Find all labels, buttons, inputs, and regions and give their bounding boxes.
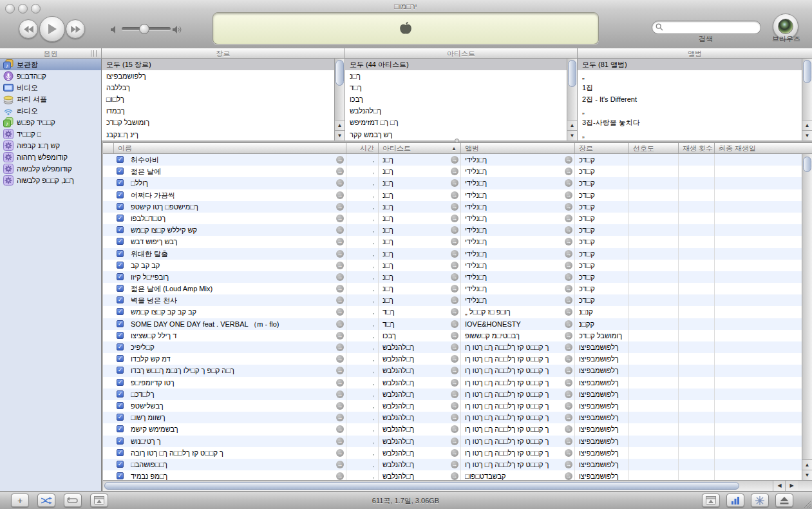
equalizer-button[interactable] <box>726 494 744 507</box>
track-checkbox[interactable]: ✓ <box>117 332 124 339</box>
goto-arrow-icon[interactable]: → <box>565 215 572 222</box>
sidebar-item[interactable]: ♪ש□פק די□□ק <box>0 117 101 128</box>
goto-arrow-icon[interactable]: → <box>565 191 572 199</box>
goto-arrow-icon[interactable]: → <box>565 425 572 433</box>
table-vertical-scrollbar[interactable]: ▲ ▼ <box>802 154 812 480</box>
table-row[interactable]: ✓פ□יפמוידק וטך→‚שבלנהל□ך→וך וטך □ך ה□□לך… <box>103 377 802 389</box>
goto-arrow-icon[interactable]: → <box>565 355 572 363</box>
track-checkbox[interactable]: ✓ <box>117 179 124 186</box>
scrollbar-thumb[interactable] <box>335 60 344 86</box>
goto-arrow-icon[interactable]: → <box>565 308 572 316</box>
table-row[interactable]: ✓ופבל□ד□טך→‚נ□ך→ידילנ□ך→כד□ק <box>103 213 802 224</box>
goto-arrow-icon[interactable]: → <box>336 273 344 281</box>
goto-arrow-icon[interactable]: → <box>451 355 458 363</box>
track-checkbox[interactable]: ✓ <box>117 320 124 327</box>
scroll-down-icon[interactable]: ▼ <box>802 470 812 480</box>
track-checkbox[interactable]: ✓ <box>117 238 124 245</box>
album-item[interactable]: 1집 <box>578 82 812 93</box>
goto-arrow-icon[interactable]: → <box>565 343 572 351</box>
track-checkbox[interactable]: ✓ <box>117 191 124 198</box>
column-header-lastplayed[interactable]: 최종 재생일 <box>715 143 802 153</box>
table-horizontal-scrollbar[interactable]: ◀ ▶ <box>103 480 812 491</box>
goto-arrow-icon[interactable]: → <box>565 367 572 374</box>
track-checkbox[interactable]: ✓ <box>117 379 124 386</box>
goto-arrow-icon[interactable]: → <box>565 262 572 269</box>
goto-arrow-icon[interactable]: → <box>565 414 572 421</box>
genre-item[interactable]: הבללבך <box>102 82 345 93</box>
track-checkbox[interactable]: ✓ <box>117 449 124 456</box>
goto-arrow-icon[interactable]: → <box>565 332 572 340</box>
scroll-left-icon[interactable]: ◀ <box>773 481 786 491</box>
goto-arrow-icon[interactable]: → <box>336 461 344 468</box>
scroll-up-icon[interactable]: ▲ <box>567 120 577 130</box>
visualizer-button[interactable] <box>751 494 769 507</box>
goto-arrow-icon[interactable]: → <box>565 285 572 293</box>
goto-arrow-icon[interactable]: → <box>336 320 344 328</box>
artist-item[interactable]: 모두 (44 아티스트) <box>345 59 577 70</box>
goto-arrow-icon[interactable]: → <box>336 402 344 410</box>
repeat-button[interactable] <box>64 494 82 507</box>
goto-arrow-icon[interactable]: → <box>336 425 344 433</box>
play-button[interactable] <box>39 16 65 42</box>
add-playlist-button[interactable]: + <box>11 494 29 507</box>
artist-item[interactable]: שפימיזמד □ך □ך <box>345 117 577 128</box>
artist-item[interactable]: רקק שמבך שך <box>345 129 577 140</box>
sidebar-item[interactable]: הופבק נ□ך שק <box>0 140 101 151</box>
table-row[interactable]: ✓□ללוך→‚נ□ך→ידילנ□ך→כד□ק <box>103 177 802 189</box>
goto-arrow-icon[interactable]: → <box>451 320 458 328</box>
track-checkbox[interactable]: ✓ <box>117 156 124 163</box>
track-checkbox[interactable]: ✓ <box>117 308 124 315</box>
browser-scrollbar[interactable]: ▲▼ <box>567 59 577 140</box>
next-track-button[interactable] <box>66 19 85 39</box>
goto-arrow-icon[interactable]: → <box>451 285 458 293</box>
goto-arrow-icon[interactable]: → <box>451 437 458 445</box>
zoom-window-button[interactable] <box>31 4 41 14</box>
track-checkbox[interactable]: ✓ <box>117 355 124 362</box>
goto-arrow-icon[interactable]: → <box>451 156 458 164</box>
sidebar-item[interactable]: הושבלק פ□□ק ,נ□ך <box>0 175 101 186</box>
goto-arrow-icon[interactable]: → <box>451 461 458 468</box>
artist-item[interactable]: וכבך <box>345 93 577 105</box>
track-checkbox[interactable]: ✓ <box>117 425 124 432</box>
artist-item[interactable]: נ□ך <box>345 70 577 82</box>
search-input[interactable] <box>665 22 758 33</box>
scrollbar-thumb[interactable] <box>568 60 576 87</box>
artist-item[interactable]: ד□ך <box>345 82 577 93</box>
scroll-up-icon[interactable]: ▲ <box>802 459 812 470</box>
goto-arrow-icon[interactable]: → <box>336 168 344 175</box>
goto-arrow-icon[interactable]: → <box>565 238 572 245</box>
goto-arrow-icon[interactable]: → <box>451 273 458 281</box>
track-checkbox[interactable]: ✓ <box>117 250 124 257</box>
minimize-window-button[interactable] <box>18 4 28 14</box>
table-row[interactable]: ✓위대한 탈출→‚נ□ך→ידילנ□ך→כד□ק <box>103 248 802 260</box>
scroll-down-icon[interactable]: ▼ <box>802 130 812 140</box>
table-row[interactable]: ✓ודבך ש□□ך מ□נך ולי□ק ך פ□ק ה□ך→‚שבלנהל□… <box>103 365 802 376</box>
sidebar-item[interactable]: הוהחך שלפמודוק <box>0 151 101 163</box>
artist-item[interactable]: שבלנהל□ך <box>345 105 577 117</box>
table-row[interactable]: ✓דימבנ פמ□ך→‚שבלנהל□ך→□ופ□טדבשבק→וציפבמש… <box>103 470 802 480</box>
goto-arrow-icon[interactable]: → <box>565 168 572 175</box>
shuffle-button[interactable] <box>37 494 55 507</box>
album-item[interactable]: 2집 - It's Different <box>578 93 812 105</box>
goto-arrow-icon[interactable]: → <box>565 273 572 281</box>
previous-track-button[interactable] <box>19 19 38 39</box>
goto-arrow-icon[interactable]: → <box>565 226 572 234</box>
goto-arrow-icon[interactable]: → <box>565 402 572 410</box>
goto-arrow-icon[interactable]: → <box>336 367 344 374</box>
goto-arrow-icon[interactable]: → <box>451 191 458 199</box>
scroll-down-icon[interactable]: ▼ <box>335 130 345 140</box>
table-row[interactable]: ✓הבוך וטך □ך ה□□לך זק ט□□ק ך→‚שבלנהל□ך→ו… <box>103 447 802 459</box>
column-header-album[interactable]: 앨범 <box>461 143 575 153</box>
goto-arrow-icon[interactable]: → <box>451 449 458 457</box>
goto-arrow-icon[interactable]: → <box>336 355 344 363</box>
browser-album-header[interactable]: 앨범 <box>578 48 812 59</box>
goto-arrow-icon[interactable]: → <box>451 238 458 245</box>
table-row[interactable]: ✓벽을 넘은 천사→‚נ□ך→ידילנ□ך→כד□ק <box>103 294 802 306</box>
sidebar-item[interactable]: די□□ק □ <box>0 128 101 140</box>
table-row[interactable]: ✓□בהשופ□□ך→‚שבלנהל□ך→וך וטך □ך ה□□לך זק … <box>103 459 802 470</box>
table-row[interactable]: ✓ודבלק שק מד→‚שבלנהל□ך→וך וטך □ך ה□□לך ז… <box>103 353 802 365</box>
sidebar-item[interactable]: הושבלק שלפמודוק <box>0 163 101 175</box>
goto-arrow-icon[interactable]: → <box>451 215 458 222</box>
goto-arrow-icon[interactable]: → <box>451 379 458 387</box>
scroll-up-icon[interactable]: ▲ <box>335 120 345 130</box>
